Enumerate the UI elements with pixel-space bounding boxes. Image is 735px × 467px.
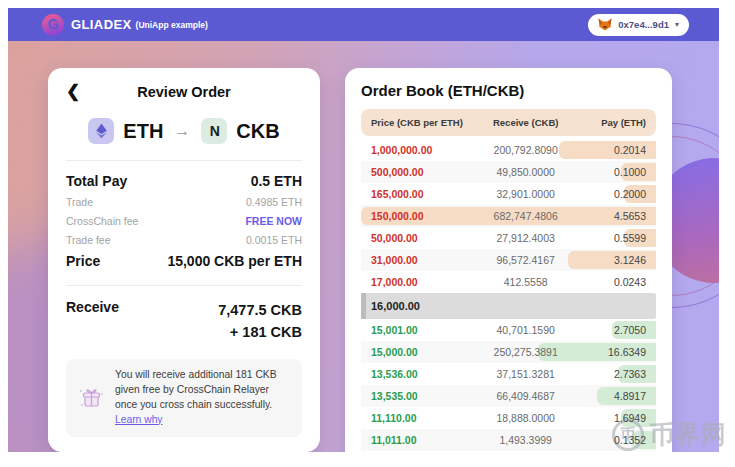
nervos-n-icon: N [210, 123, 219, 139]
ob-price-cell: 11,011.00 [371, 434, 478, 446]
orderbook-row[interactable]: 13,536.0037,151.32812.7363 [361, 363, 656, 385]
logo-letter: G [48, 17, 59, 31]
brand-suffix: (UniApp example) [136, 20, 208, 30]
gift-note: You will receive additional 181 CKB give… [66, 359, 302, 437]
orderbook-row[interactable]: 50,000.0027,912.40030.5599 [361, 227, 656, 249]
ob-pay-cell: 0.2000 [573, 188, 646, 200]
ob-receive-cell: 1,493.3999 [478, 434, 573, 446]
ob-receive-cell: 682,747.4806 [478, 210, 573, 222]
total-pay-row: Total Pay 0.5 ETH [66, 173, 302, 189]
trade-fee-row: Trade fee 0.0015 ETH [66, 234, 302, 246]
wallet-address: 0x7e4...9d1 [618, 19, 669, 30]
orderbook-row[interactable]: 1,000.0010,000.00001.0101 [361, 451, 656, 452]
ethereum-diamond-icon [94, 123, 109, 139]
ob-receive-cell: 412.5558 [478, 276, 573, 288]
crosschain-fee-label: CrossChain fee [66, 215, 138, 227]
orderbook-row[interactable]: 11,110.0018,888.00001.6949 [361, 407, 656, 429]
ob-receive-cell: 27,912.4003 [478, 232, 573, 244]
crosschain-fee-value: FREE NOW [245, 215, 302, 227]
ob-price-cell: 15,001.00 [371, 324, 478, 336]
ob-pay-cell: 0.1352 [573, 434, 646, 446]
price-row: Price 15,000 CKB per ETH [66, 253, 302, 269]
order-book-table: Price (CKB per ETH) Receive (CKB) Pay (E… [361, 109, 656, 452]
divider [66, 160, 302, 161]
gliadex-logo-icon: G [42, 14, 64, 36]
ob-receive-cell: 66,409.4687 [478, 390, 573, 402]
current-price-row: 16,000.00 [361, 293, 656, 319]
eth-token-icon [88, 118, 114, 144]
trade-row: Trade 0.4985 ETH [66, 196, 302, 208]
ckb-token-icon: N [201, 118, 227, 144]
ob-price-cell: 150,000.00 [371, 210, 478, 222]
crosschain-fee-row: CrossChain fee FREE NOW [66, 215, 302, 227]
receive-value: 7,477.5 CKB [218, 299, 302, 321]
ob-price-cell: 31,000.00 [371, 254, 478, 266]
ob-receive-cell: 40,701.1590 [478, 324, 573, 336]
ob-price-cell: 50,000.00 [371, 232, 478, 244]
orderbook-row[interactable]: 165,000.0032,901.00000.2000 [361, 183, 656, 205]
fee-summary: Total Pay 0.5 ETH Trade 0.4985 ETH Cross… [66, 173, 302, 269]
ob-pay-cell: 0.1000 [573, 166, 646, 178]
ob-price-cell: 17,000.00 [371, 276, 478, 288]
orderbook-row[interactable]: 500,000.0049,850.00000.1000 [361, 161, 656, 183]
orderbook-rows: 1,000,000.00200,792.80900.2014500,000.00… [361, 139, 656, 452]
ob-pay-cell: 16.6349 [573, 346, 646, 358]
brand-name: GLIADEX [71, 17, 132, 32]
ob-price-cell: 165,000.00 [371, 188, 478, 200]
ob-pay-cell: 2.7050 [573, 324, 646, 336]
ob-price-cell: 500,000.00 [371, 166, 478, 178]
ob-receive-cell: 18,888.0000 [478, 412, 573, 424]
ob-pay-cell: 4.5653 [573, 210, 646, 222]
ob-receive-cell: 32,901.0000 [478, 188, 573, 200]
orderbook-row[interactable]: 13,535.0066,409.46874.8917 [361, 385, 656, 407]
col-receive: Receive (CKB) [478, 117, 573, 128]
from-token-name: ETH [123, 120, 163, 143]
orderbook-row[interactable]: 31,000.0096,572.41673.1246 [361, 249, 656, 271]
order-book-card: Order Book (ETH/CKB) Price (CKB per ETH)… [345, 68, 672, 452]
ob-receive-cell: 96,572.4167 [478, 254, 573, 266]
to-token-name: CKB [236, 120, 279, 143]
col-pay: Pay (ETH) [573, 117, 646, 128]
orderbook-row[interactable]: 11,011.001,493.39990.1352 [361, 429, 656, 451]
ob-pay-cell: 0.5599 [573, 232, 646, 244]
orderbook-row[interactable]: 150,000.00682,747.48064.5653 [361, 205, 656, 227]
receive-bonus: + 181 CKB [218, 321, 302, 343]
review-order-card: ❮ Review Order ETH → N CKB Total Pay 0.5… [48, 68, 320, 452]
ob-price-cell: 16,000.00 [371, 300, 478, 312]
ob-pay-cell: 3.1246 [573, 254, 646, 266]
ob-price-cell: 1,000,000.00 [371, 144, 478, 156]
wallet-button[interactable]: 0x7e4...9d1 ▾ [588, 14, 689, 36]
ob-price-cell: 15,000.00 [371, 346, 478, 358]
ob-pay-cell: 1.6949 [573, 412, 646, 424]
trade-fee-label: Trade fee [66, 234, 111, 246]
token-pair: ETH → N CKB [66, 118, 302, 144]
ob-receive-cell: 250,275.3891 [478, 346, 573, 358]
ob-pay-cell: 0.0243 [573, 276, 646, 288]
price-value: 15,000 CKB per ETH [167, 253, 302, 269]
orderbook-row[interactable]: 15,001.0040,701.15902.7050 [361, 319, 656, 341]
ob-receive-cell: 37,151.3281 [478, 368, 573, 380]
order-book-header: Price (CKB per ETH) Receive (CKB) Pay (E… [361, 109, 656, 136]
gift-note-text: You will receive additional 181 CKB give… [115, 368, 292, 428]
ob-price-cell: 11,110.00 [371, 412, 478, 424]
order-book-title: Order Book (ETH/CKB) [361, 82, 656, 99]
ob-pay-cell: 2.7363 [573, 368, 646, 380]
metamask-fox-icon [598, 18, 612, 31]
ob-receive-cell: 49,850.0000 [478, 166, 573, 178]
orderbook-row[interactable]: 15,000.00250,275.389116.6349 [361, 341, 656, 363]
total-pay-value: 0.5 ETH [251, 173, 302, 189]
learn-why-link[interactable]: Learn why [115, 414, 163, 425]
gift-note-body: You will receive additional 181 CKB give… [115, 369, 277, 410]
orderbook-row[interactable]: 1,000,000.00200,792.80900.2014 [361, 139, 656, 161]
top-bar: G GLIADEX (UniApp example) 0x7e4...9d1 ▾ [8, 8, 719, 41]
ob-pay-cell: 4.8917 [573, 390, 646, 402]
gift-icon [76, 368, 106, 428]
receive-summary: Receive 7,477.5 CKB + 181 CKB [66, 299, 302, 344]
total-pay-label: Total Pay [66, 173, 127, 189]
ob-price-cell: 13,536.00 [371, 368, 478, 380]
col-price: Price (CKB per ETH) [371, 117, 478, 128]
ob-receive-cell: 200,792.8090 [478, 144, 573, 156]
back-button[interactable]: ❮ [66, 82, 80, 102]
orderbook-row[interactable]: 17,000.00412.55580.0243 [361, 271, 656, 293]
chevron-down-icon: ▾ [675, 20, 679, 29]
